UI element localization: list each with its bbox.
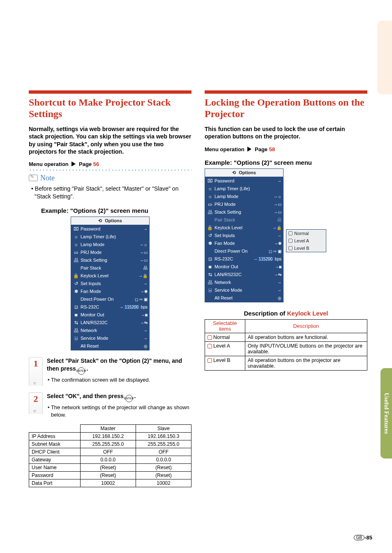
table-row: NormalAll operation buttons are function…	[205, 333, 367, 341]
keylock-description-table: Selectable itemsDescriptionNormalAll ope…	[205, 319, 367, 371]
menu-screenshot-with-submenu: ⟲ Options ⌧ Password → ☼ Lamp Timer (Lif…	[205, 168, 367, 302]
menu-item-icon: ▭	[207, 202, 213, 207]
menu-item-tail: →🔒	[138, 274, 148, 278]
menu-screenshot: ⟲ Options ⌧ Password → ☼ Lamp Timer (Lif…	[29, 217, 191, 350]
table-row: Level BAll operation buttons on the proj…	[205, 356, 367, 370]
menu-item-label: PRJ Mode	[81, 250, 140, 255]
menu-item-tail: ◻ ⇨ ▣	[269, 249, 281, 253]
menu-item-label: Fan Mode	[214, 241, 274, 246]
menu-item-label: Stack Setting	[214, 210, 274, 214]
table-cell: (Reset)	[136, 472, 191, 479]
menu-item: ☼ Lamp Mode →☼	[71, 241, 149, 249]
step-body: Select "OK", and then press ENTER . • Th…	[47, 392, 191, 419]
table-cell: 255.255.255.0	[136, 440, 191, 448]
menu-item: ↺ Set Inputs →	[71, 280, 149, 288]
desc-prefix: Description of	[244, 310, 287, 317]
menu-item-tail: →▭	[140, 258, 148, 263]
arrow-icon	[70, 161, 77, 167]
menu-item: ⊡ RS-232C →115200 bps	[71, 303, 149, 311]
table-cell: Normal	[205, 333, 245, 341]
table-cell: 0.0.0.0	[136, 456, 191, 464]
menu-item: 🔒 Keylock Level →🔒	[205, 224, 283, 232]
submenu-item: Level B	[286, 244, 326, 252]
menu-item-tail: →☼	[274, 194, 281, 199]
menu-item-icon: ◙	[207, 264, 213, 269]
menu-item-icon: ⌧	[73, 226, 79, 232]
menu-item-icon: ⌧	[207, 178, 213, 184]
description-title: Description of Keylock Level	[205, 310, 367, 317]
table-row: DHCP ClientOFFOFF	[29, 448, 191, 456]
table-header: Description	[245, 319, 367, 333]
step-title: Select "Pair Stack" on the "Option (2)" …	[47, 357, 182, 372]
submenu-item: Level A	[286, 237, 326, 244]
menu-item: ⌸ Service Mode →	[71, 334, 149, 342]
menu-item: ⌸ Service Mode →	[205, 286, 283, 294]
menu-item: Pair Stack 品	[205, 216, 283, 224]
table-cell: All operation buttons on the projector a…	[245, 356, 367, 370]
table-header	[29, 425, 81, 433]
menu-item-icon: ⌸	[207, 288, 213, 293]
page-gb-badge: GB	[354, 535, 364, 540]
menu-item: All Reset ◎	[71, 342, 149, 350]
table-row: Subnet Mask255.255.255.0255.255.255.0	[29, 440, 191, 448]
menu-item-tail: →◙	[275, 265, 281, 269]
table-row: Gateway0.0.0.00.0.0.0	[29, 456, 191, 464]
menu-item-icon: ✽	[73, 289, 79, 294]
menu-item-tail: ◎	[278, 296, 281, 300]
menu-item-label: Network	[214, 280, 277, 285]
page-prefix: Page	[255, 146, 269, 152]
table-cell: User Name	[29, 464, 81, 472]
enter-button-icon: ENTER	[78, 367, 85, 375]
menu-item-label: Direct Power On	[81, 297, 135, 302]
note-icon	[29, 175, 38, 181]
page-content: Shortcut to Make Projector Stack Setting…	[0, 0, 392, 508]
table-cell: IP Address	[29, 433, 81, 440]
menu-item-icon: ◙	[73, 312, 79, 317]
table-row: Data Port1000210002	[29, 479, 191, 487]
table-row: Password(Reset)(Reset)	[29, 472, 191, 479]
menu-item-icon: 品	[207, 209, 213, 215]
section-bar	[205, 90, 367, 94]
menu-item: Direct Power On ◻ ⇨ ▣	[71, 295, 149, 303]
note-body: • Before setting "Pair Stack", select "M…	[35, 185, 191, 200]
menu-item-label: All Reset	[214, 295, 278, 300]
table-cell: Level A	[205, 341, 245, 356]
desc-link[interactable]: Keylock Level	[287, 310, 328, 317]
table-cell: 192.168.150.3	[136, 433, 191, 440]
step-number: 2	[29, 392, 43, 414]
menu-item-label: LAN/RS232C	[214, 272, 274, 277]
table-header: Master	[80, 425, 136, 433]
side-tab-label: Useful Features	[383, 393, 390, 434]
menu-item-tail: →✽	[140, 289, 148, 294]
table-cell: OFF	[136, 448, 191, 456]
menu-item-tail: →	[277, 233, 281, 238]
step-number: 1	[29, 357, 43, 386]
page-link[interactable]: 56	[93, 161, 99, 167]
menu-op-label: Menu operation	[205, 146, 244, 152]
menu-item-tail: →115200 bps	[120, 305, 148, 309]
menu-item-tail: →	[143, 328, 148, 333]
table-cell: 255.255.255.0	[80, 440, 136, 448]
section-title: Shortcut to Make Projector Stack Setting…	[29, 97, 191, 120]
lock-icon	[208, 344, 212, 348]
menu-item-label: Service Mode	[214, 288, 277, 293]
section-bar	[29, 90, 191, 94]
table-row: User Name(Reset)(Reset)	[29, 464, 191, 472]
table-cell: Only INPUT/VOLUME buttons on the project…	[245, 341, 367, 356]
side-tab: Useful Features	[380, 368, 392, 459]
lock-icon	[288, 231, 293, 235]
menu-item-icon: ✽	[207, 241, 213, 246]
menu-item-tail: →	[277, 288, 281, 293]
menu-item-label: Pair Stack	[214, 217, 277, 222]
table-cell: (Reset)	[80, 464, 136, 472]
menu-item: ✽ Fan Mode →✽	[205, 240, 283, 247]
page-number: GB-85	[354, 535, 372, 541]
menu-item-label: Network	[81, 328, 143, 333]
menu-item-tail: →	[277, 280, 281, 285]
table-row: Level AOnly INPUT/VOLUME buttons on the …	[205, 341, 367, 356]
options-menu: ⟲ Options ⌧ Password → ☼ Lamp Timer (Lif…	[205, 168, 284, 302]
menu-item-tail: →▭	[274, 210, 281, 214]
page-link[interactable]: 58	[269, 146, 275, 152]
menu-item-tail: →▭	[140, 250, 148, 255]
note-label: Note	[40, 174, 55, 182]
